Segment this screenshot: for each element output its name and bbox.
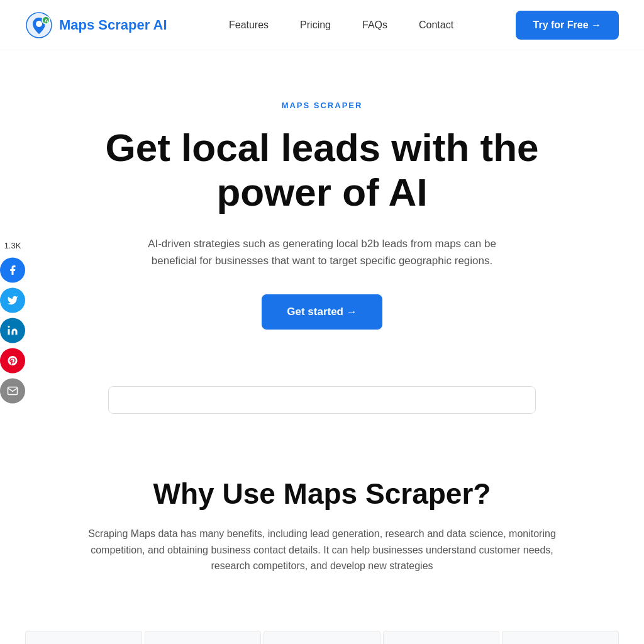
- facebook-share-button[interactable]: [0, 258, 25, 283]
- try-for-free-button[interactable]: Try for Free →: [516, 11, 619, 40]
- nav-contact[interactable]: Contact: [419, 19, 453, 30]
- twitter-share-button[interactable]: [0, 288, 25, 313]
- stat-card-3: 2.5M+: [383, 631, 500, 644]
- social-sidebar: 1.3K: [0, 236, 25, 409]
- email-icon: [7, 386, 18, 397]
- svg-point-4: [8, 326, 10, 328]
- nav-links: Features Pricing FAQs Contact: [229, 19, 453, 31]
- facebook-icon: [7, 265, 18, 276]
- nav-pricing[interactable]: Pricing: [300, 19, 331, 30]
- linkedin-icon: [7, 325, 18, 336]
- svg-point-1: [36, 21, 42, 27]
- pinterest-icon: [7, 355, 18, 367]
- nav-logo[interactable]: AI Maps Scraper AI: [25, 11, 167, 39]
- hero-badge: MAPS SCRAPER: [25, 101, 619, 110]
- hero-subtitle: AI-driven strategies such as generating …: [133, 235, 511, 269]
- stat-card-4: 650K+: [502, 631, 619, 644]
- why-title: Why Use Maps Scraper?: [25, 477, 619, 511]
- navbar: AI Maps Scraper AI Features Pricing FAQs…: [0, 0, 644, 50]
- stats-row: 16M+ 16M+ 1.3M+ 2.5M+ 650K+: [25, 631, 619, 644]
- get-started-button[interactable]: Get started →: [262, 294, 382, 330]
- stat-card-1: 16M+: [145, 631, 262, 644]
- email-share-button[interactable]: [0, 379, 25, 404]
- demo-bar: [108, 386, 536, 414]
- why-subtitle: Scraping Maps data has many benefits, in…: [70, 526, 574, 574]
- nav-features[interactable]: Features: [229, 19, 269, 30]
- social-count: 1.3K: [4, 241, 21, 250]
- why-section: Why Use Maps Scraper? Scraping Maps data…: [0, 426, 644, 631]
- hero-title: Get local leads with the power of AI: [102, 125, 542, 215]
- hero-section: MAPS SCRAPER Get local leads with the po…: [0, 50, 644, 355]
- svg-text:AI: AI: [45, 18, 50, 24]
- nav-faqs[interactable]: FAQs: [362, 19, 387, 30]
- logo-text: Maps Scraper AI: [59, 17, 167, 33]
- pinterest-share-button[interactable]: [0, 348, 25, 374]
- demo-bar-container: [83, 386, 561, 414]
- twitter-icon: [7, 295, 18, 306]
- stat-card-0: 16M+: [25, 631, 142, 644]
- logo-icon: AI: [25, 11, 53, 39]
- stat-card-2: 1.3M+: [264, 631, 380, 644]
- linkedin-share-button[interactable]: [0, 318, 25, 343]
